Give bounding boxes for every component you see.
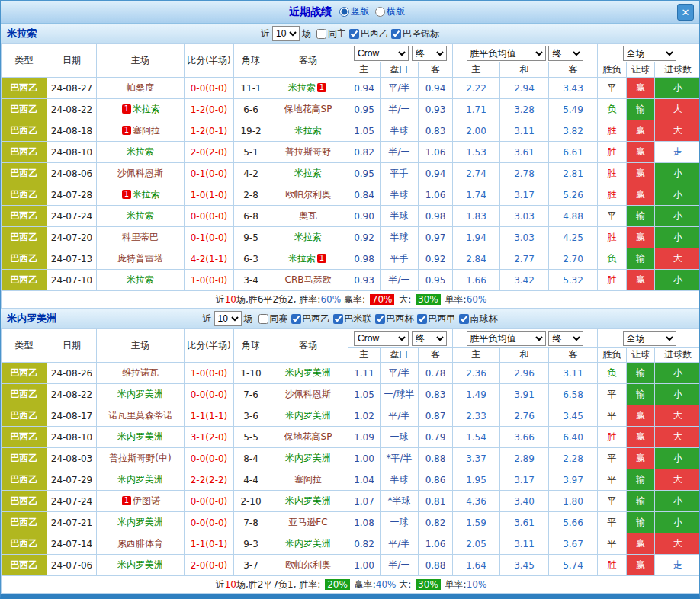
league-filter-checkbox[interactable] — [349, 29, 359, 39]
league-filter-checkbox[interactable] — [291, 314, 301, 324]
match-score: 1-2(0-1) — [185, 120, 234, 142]
match-score: 1-0(1-0) — [185, 184, 234, 206]
asian-handicap: 半球 — [381, 469, 419, 491]
match-row: 巴西乙24-08-03普拉斯哥野(中)0-0(0-0)8-4米内罗美洲1.00*… — [2, 448, 700, 469]
handicap-result-cell: 赢 — [627, 142, 655, 163]
match-date: 24-07-13 — [47, 248, 97, 270]
league-badge: 巴西乙 — [2, 99, 47, 120]
asian-away-odds: 0.87 — [419, 405, 453, 427]
league-filter[interactable]: 同主 — [316, 27, 346, 40]
league-filter-checkbox[interactable] — [417, 314, 427, 324]
goals-result-cell: 大 — [655, 405, 700, 427]
euro-stage-select[interactable]: 终 — [548, 46, 583, 61]
match-score: 2-0(2-0) — [185, 142, 234, 163]
league-badge: 巴西乙 — [2, 491, 47, 512]
euro-stage-select[interactable]: 终 — [548, 331, 583, 346]
match-date: 24-08-27 — [47, 78, 97, 99]
scope-select[interactable]: 全场 — [623, 46, 676, 61]
euro-away-odds: 6.40 — [549, 427, 598, 448]
col-goals: 进球数 — [655, 62, 700, 78]
league-filter-checkbox[interactable] — [258, 314, 268, 324]
asian-stage-select[interactable]: 终 — [412, 331, 447, 346]
asian-handicap: 平手 — [381, 163, 419, 184]
league-badge: 巴西乙 — [2, 448, 47, 469]
match-date: 24-08-10 — [47, 427, 97, 448]
match-score: 0-0(0-0) — [185, 512, 234, 533]
league-filter[interactable]: 巴西乙 — [291, 312, 330, 325]
col-ah-home: 主 — [348, 62, 381, 78]
league-filter-checkbox[interactable] — [316, 29, 326, 39]
league-filter-checkbox[interactable] — [459, 314, 469, 324]
near-label: 近 — [261, 27, 270, 40]
corner-score: 19-2 — [234, 120, 268, 142]
league-filter[interactable]: 巴米联 — [333, 312, 372, 325]
bookmaker-select[interactable]: Crow — [354, 46, 409, 61]
layout-option-vertical[interactable]: 竖版 — [339, 5, 369, 18]
league-filter-label: 巴西甲 — [429, 312, 456, 325]
home-team: 米拉索 — [97, 142, 185, 163]
euro-home-odds: 3.37 — [453, 448, 500, 469]
asian-handicap: *半球 — [381, 491, 419, 512]
layout-option-horizontal[interactable]: 横版 — [375, 5, 405, 18]
match-row: 巴西乙24-07-21米内罗美洲0-0(0-0)7-8亚马逊FC1.08一球0.… — [2, 512, 700, 533]
match-row: 巴西乙24-08-10米内罗美洲3-1(2-0)5-5保地花高SP1.09一球0… — [2, 427, 700, 448]
recent-count-select[interactable]: 10 — [214, 311, 242, 326]
asian-handicap: 半球 — [381, 184, 419, 206]
league-filter[interactable]: 南球杯 — [459, 312, 498, 325]
home-team: 米内罗美洲 — [97, 469, 185, 491]
summary-part: 场,胜6平2负2, 胜率: — [236, 294, 320, 305]
league-filter[interactable]: 巴西杯 — [375, 312, 414, 325]
league-filter-checkbox[interactable] — [333, 314, 343, 324]
avg-odds-select[interactable]: 胜平负均值 — [467, 331, 546, 346]
corner-score: 5-5 — [234, 427, 268, 448]
horizontal-layout-radio[interactable] — [375, 7, 385, 17]
handicap-result-cell: 输 — [627, 206, 655, 227]
euro-odds-controls: 胜平负均值 终 — [453, 329, 598, 348]
asian-home-odds: 1.00 — [348, 555, 381, 576]
col-score: 比分(半场) — [185, 44, 234, 78]
asian-home-odds: 0.84 — [348, 184, 381, 206]
league-filter-checkbox[interactable] — [375, 314, 385, 324]
asian-home-odds: 1.09 — [348, 427, 381, 448]
bookmaker-select[interactable]: Crow — [354, 331, 409, 346]
euro-away-odds: 3.82 — [549, 120, 598, 142]
euro-away-odds: 5.32 — [549, 270, 598, 291]
asian-handicap: 平/半 — [381, 405, 419, 427]
league-filter-checkbox[interactable] — [391, 29, 401, 39]
home-team: 沙佩科恩斯 — [97, 163, 185, 184]
asian-home-odds: 0.92 — [348, 227, 381, 248]
scope-select[interactable]: 全场 — [623, 331, 676, 346]
result-cell: 平 — [598, 491, 627, 512]
avg-odds-select[interactable]: 胜平负均值 — [467, 46, 546, 61]
league-filter[interactable]: 巴西乙 — [349, 27, 388, 40]
goals-result-cell: 小 — [655, 227, 700, 248]
euro-home-odds: 1.64 — [453, 555, 500, 576]
match-date: 24-08-06 — [47, 163, 97, 184]
euro-draw-odds: 3.11 — [500, 120, 549, 142]
summary-part: 10 — [225, 294, 236, 305]
vertical-layout-radio[interactable] — [339, 7, 349, 17]
summary-part: 40% — [376, 579, 397, 590]
col-home: 主场 — [97, 329, 185, 363]
league-filter[interactable]: 巴西甲 — [417, 312, 456, 325]
away-team: 米内罗美洲 — [268, 405, 348, 427]
close-button[interactable]: ✕ — [677, 4, 694, 21]
league-filter[interactable]: 同赛 — [258, 312, 288, 325]
league-filter-label: 巴西乙 — [361, 27, 388, 40]
asian-stage-select[interactable]: 终 — [412, 46, 447, 61]
result-cell: 平 — [598, 469, 627, 491]
match-row: 巴西乙24-07-13庞特普雷塔4-2(1-1)6-3米拉索10.98平手0.9… — [2, 248, 700, 270]
col-result: 胜负 — [598, 348, 627, 363]
goals-result-cell: 小 — [655, 184, 700, 206]
asian-home-odds: 1.04 — [348, 469, 381, 491]
asian-home-odds: 1.00 — [348, 448, 381, 469]
euro-draw-odds: 3.03 — [500, 227, 549, 248]
euro-home-odds: 1.94 — [453, 227, 500, 248]
recent-count-select[interactable]: 10 — [272, 26, 300, 41]
red-card-badge: 1 — [122, 126, 131, 135]
asian-away-odds: 0.86 — [419, 469, 453, 491]
handicap-result-cell: 赢 — [627, 405, 655, 427]
col-corner: 角球 — [234, 329, 268, 363]
league-filter[interactable]: 巴圣锦标 — [391, 27, 439, 40]
league-filter-label: 巴西乙 — [303, 312, 330, 325]
